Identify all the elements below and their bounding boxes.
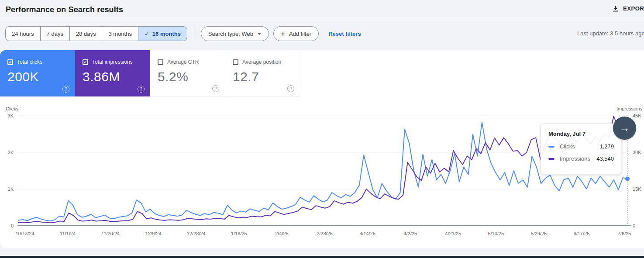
page-title: Performance on Search results bbox=[6, 5, 123, 14]
x-axis-label: 11/1/24 bbox=[60, 231, 76, 236]
add-filter-label: Add filter bbox=[289, 31, 311, 37]
metric-value: 12.7 bbox=[233, 69, 300, 84]
add-filter-button[interactable]: + Add filter bbox=[273, 26, 319, 41]
tooltip-row-clicks: Clicks 1,279 bbox=[548, 143, 614, 150]
bottom-bar bbox=[0, 256, 644, 258]
metric-label: Total impressions bbox=[92, 59, 133, 65]
toolbar-separator bbox=[194, 27, 194, 40]
date-range-tabs: ✓24 hours ✓7 days ✓28 days ✓3 months ✓16… bbox=[5, 26, 187, 41]
help-icon[interactable]: ? bbox=[287, 85, 294, 92]
x-axis-label: 12/9/24 bbox=[145, 231, 162, 236]
tooltip-series-value: 1,279 bbox=[599, 143, 614, 150]
checkbox-icon[interactable] bbox=[83, 59, 88, 65]
checkbox-icon[interactable] bbox=[7, 59, 13, 65]
help-icon[interactable]: ? bbox=[138, 86, 145, 93]
metric-label: Average CTR bbox=[167, 59, 199, 65]
search-console-performance-page: Performance on Search results EXPORT ✓24… bbox=[0, 0, 644, 258]
left-tick-label: 3K bbox=[0, 113, 14, 118]
plus-icon: + bbox=[281, 30, 285, 38]
left-tick-label: 1K bbox=[0, 186, 14, 192]
x-axis-label: 2/4/25 bbox=[275, 231, 289, 236]
x-axis-label: 12/28/24 bbox=[187, 231, 206, 236]
help-icon[interactable]: ? bbox=[212, 85, 219, 92]
x-axis-label: 3/14/25 bbox=[359, 231, 375, 236]
export-label: EXPORT bbox=[623, 5, 644, 12]
download-icon bbox=[612, 5, 619, 12]
total-clicks-card[interactable]: Total clicks 200K ? bbox=[0, 50, 75, 96]
arrow-right-icon: → bbox=[620, 123, 630, 133]
average-ctr-card[interactable]: Average CTR 5.2% ? bbox=[150, 50, 225, 96]
tab-28-days[interactable]: ✓28 days bbox=[70, 26, 103, 41]
tooltip-date: Monday, Jul 7 bbox=[548, 131, 614, 137]
metric-label: Total clicks bbox=[17, 59, 42, 65]
header-divider bbox=[0, 20, 644, 20]
x-axis-label: 6/17/25 bbox=[574, 231, 590, 236]
tooltip-series-label: Clicks bbox=[560, 143, 575, 150]
clicks-series-icon bbox=[548, 146, 554, 148]
x-axis-label: 5/29/25 bbox=[530, 231, 547, 236]
tooltip-row-impressions: Impressions 43,540 bbox=[548, 155, 614, 162]
right-axis-title: Impressions bbox=[616, 106, 642, 111]
metric-value: 200K bbox=[7, 69, 75, 84]
tooltip-series-value: 43,540 bbox=[596, 155, 614, 162]
impressions-series-icon bbox=[548, 158, 554, 160]
search-type-label: Search type: Web bbox=[208, 31, 253, 37]
average-position-card[interactable]: Average position 12.7 ? bbox=[225, 50, 300, 96]
check-icon: ✓ bbox=[145, 31, 149, 37]
metric-value: 5.2% bbox=[158, 69, 225, 84]
metric-cards-row: Total clicks 200K ? Total impressions 3.… bbox=[0, 50, 300, 96]
total-impressions-card[interactable]: Total impressions 3.86M ? bbox=[75, 50, 150, 96]
tab-16-months[interactable]: ✓16 months bbox=[138, 26, 187, 41]
checkbox-icon[interactable] bbox=[158, 59, 163, 65]
last-update-text: Last update: 3.5 hours ago bbox=[577, 30, 644, 37]
tab-7-days[interactable]: ✓7 days bbox=[41, 26, 70, 41]
chart-tooltip: Monday, Jul 7 Clicks 1,279 Impressions 4… bbox=[541, 124, 622, 175]
search-type-dropdown[interactable]: Search type: Web bbox=[201, 26, 269, 41]
chevron-down-icon bbox=[257, 33, 262, 35]
tab-24-hours[interactable]: ✓24 hours bbox=[5, 26, 41, 41]
help-icon[interactable]: ? bbox=[62, 86, 69, 93]
x-axis-label: 2/23/25 bbox=[317, 231, 333, 236]
x-axis-label: 4/2/25 bbox=[403, 231, 417, 236]
filter-toolbar: ✓24 hours ✓7 days ✓28 days ✓3 months ✓16… bbox=[5, 26, 361, 41]
export-button[interactable]: EXPORT bbox=[612, 5, 644, 12]
x-axis-label: 1/16/25 bbox=[231, 231, 247, 236]
tooltip-series-label: Impressions bbox=[560, 155, 590, 162]
metric-value: 3.86M bbox=[83, 69, 150, 84]
x-axis-label: 11/20/24 bbox=[101, 231, 120, 236]
x-axis-label: 5/10/25 bbox=[488, 231, 504, 236]
right-tick-label: 45K bbox=[633, 113, 641, 118]
tab-3-months[interactable]: ✓3 months bbox=[102, 26, 138, 41]
checkbox-icon[interactable] bbox=[233, 59, 238, 65]
next-period-button[interactable]: → bbox=[613, 117, 636, 140]
x-axis-label: 7/6/25 bbox=[618, 231, 631, 236]
left-tick-label: 2K bbox=[0, 150, 14, 155]
metric-label: Average position bbox=[242, 59, 281, 65]
x-axis-label: 10/13/24 bbox=[16, 231, 34, 236]
x-axis-label: 4/21/25 bbox=[445, 231, 461, 236]
right-tick-label: 30K bbox=[633, 150, 641, 155]
left-tick-label: 0 bbox=[0, 223, 14, 228]
right-tick-label: 0 bbox=[633, 223, 635, 228]
reset-filters-link[interactable]: Reset filters bbox=[328, 31, 361, 37]
left-axis-title: Clicks bbox=[6, 106, 18, 111]
right-tick-label: 15K bbox=[633, 186, 641, 192]
